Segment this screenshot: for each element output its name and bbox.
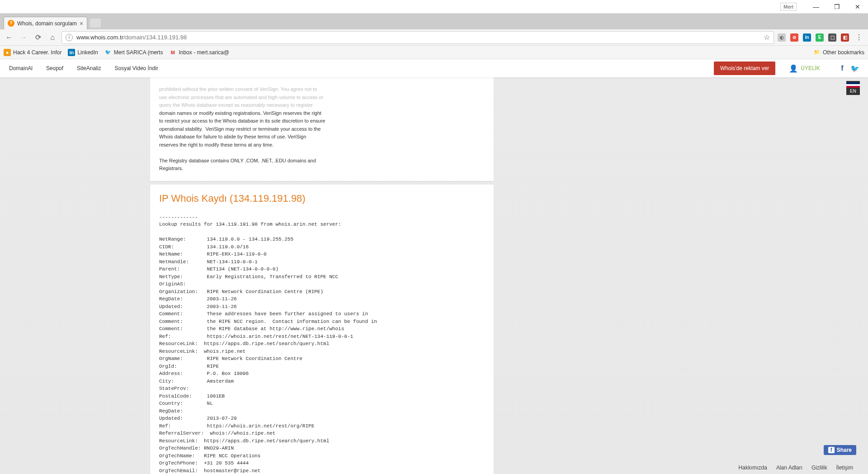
ip-whois-body: ------------- Lookup results for 134.119… — [159, 213, 485, 474]
extension-icon-5[interactable]: ⬚ — [828, 33, 836, 42]
tab-title: Whois, domain sorgulam — [17, 20, 77, 27]
extension-icon-1[interactable]: ◐ — [778, 33, 786, 42]
url-path: /domain/134.119.191.98 — [123, 34, 187, 41]
browser-tabstrip: ? Whois, domain sorgulam × — [0, 14, 868, 29]
footer-privacy[interactable]: Gizlilik — [811, 465, 827, 471]
window-maximize[interactable]: ❐ — [826, 0, 847, 14]
window-titlebar: Mert — ❐ ✕ — [0, 0, 868, 14]
nav-sosyalvideo[interactable]: Sosyal Video İndir — [114, 65, 158, 71]
folder-icon: 📁 — [813, 49, 821, 56]
bookmark-twitter[interactable]: 🐦 Mert SARICA (merts — [104, 49, 163, 56]
bookmark-star-icon[interactable]: ☆ — [764, 33, 770, 42]
ip-whois-card: IP Whois Kaydı (134.119.191.98) --------… — [150, 185, 494, 474]
other-bookmarks[interactable]: 📁 Other bookmarks — [813, 49, 864, 56]
linkedin-icon: in — [68, 49, 75, 56]
window-minimize[interactable]: — — [806, 0, 826, 14]
bookmark-linkedin[interactable]: in LinkedIn — [68, 49, 98, 56]
url-host: www.whois.com.tr — [76, 34, 123, 41]
reload-button[interactable]: ⟳ — [33, 32, 43, 43]
nav-seopof[interactable]: Seopof — [46, 65, 63, 71]
site-info-icon[interactable]: i — [66, 34, 73, 41]
facebook-icon: f — [828, 447, 835, 453]
footer-contact[interactable]: İletişim — [836, 465, 853, 471]
browser-toolbar: ← → ⟳ ⌂ i www.whois.com.tr/domain/134.11… — [0, 29, 868, 46]
browser-menu-icon[interactable]: ⋮ — [854, 32, 864, 43]
twitter-icon: 🐦 — [104, 49, 112, 56]
site-header: DomainAl Seopof SiteAnaliz Sosyal Video … — [0, 59, 868, 77]
advertise-button[interactable]: Whois'de reklam ver — [714, 62, 775, 75]
forward-button[interactable]: → — [18, 32, 29, 43]
browser-tab-active[interactable]: ? Whois, domain sorgulam × — [4, 17, 87, 29]
bookmark-label: Mert SARICA (merts — [114, 49, 163, 56]
new-tab-button[interactable] — [90, 19, 101, 28]
bookmark-hack4career[interactable]: ● Hack 4 Career. Infor — [4, 49, 61, 56]
whois-terms-faded: prohibited without the prior written con… — [159, 86, 323, 108]
page-viewport[interactable]: DomainAl Seopof SiteAnaliz Sosyal Video … — [0, 59, 868, 474]
twitter-icon[interactable]: 🐦 — [851, 64, 859, 72]
language-label: EN — [846, 89, 860, 94]
window-close[interactable]: ✕ — [847, 0, 868, 14]
nav-domainal[interactable]: DomainAl — [9, 65, 33, 71]
windows-user: Mert — [780, 3, 797, 11]
language-switcher[interactable]: EN — [846, 81, 860, 95]
back-button[interactable]: ← — [4, 32, 14, 43]
extension-icon-evernote[interactable]: E — [816, 33, 824, 42]
membership-link[interactable]: 👤 ÜYELİK — [789, 64, 820, 73]
bookmark-label: Hack 4 Career. Infor — [13, 49, 61, 56]
share-label: Share — [837, 447, 852, 453]
nav-siteanaliz[interactable]: SiteAnaliz — [77, 65, 101, 71]
extension-icon-linkedin[interactable]: in — [803, 33, 811, 42]
bookmarks-bar: ● Hack 4 Career. Infor in LinkedIn 🐦 Mer… — [0, 46, 868, 59]
bookmark-label: Inbox - mert.sarica@ — [179, 49, 229, 56]
extension-icon-6[interactable]: ◧ — [841, 33, 849, 42]
tab-favicon-icon: ? — [8, 20, 14, 27]
home-button[interactable]: ⌂ — [47, 32, 58, 43]
bookmark-label: LinkedIn — [77, 49, 98, 56]
ip-whois-heading: IP Whois Kaydı (134.119.191.98) — [159, 193, 485, 204]
bookmark-gmail[interactable]: M Inbox - mert.sarica@ — [169, 49, 229, 56]
site-footer: Hakkımızda Alan Adları Gizlilik İletişim — [0, 461, 861, 474]
address-bar[interactable]: i www.whois.com.tr/domain/134.119.191.98… — [61, 31, 774, 44]
membership-label: ÜYELİK — [801, 65, 820, 71]
tab-close-icon[interactable]: × — [80, 20, 83, 27]
extension-icons: ◐ ⊘ in E ⬚ ◧ ⋮ — [778, 32, 864, 43]
facebook-share-button[interactable]: f Share — [824, 445, 856, 455]
facebook-icon[interactable]: f — [838, 64, 846, 72]
person-icon: 👤 — [789, 64, 798, 73]
content-column: prohibited without the prior written con… — [150, 77, 494, 474]
flag-icon — [846, 82, 860, 88]
whois-terms-text: prohibited without the prior written con… — [159, 85, 485, 173]
footer-domains[interactable]: Alan Adları — [776, 465, 802, 471]
whois-terms-body: domain names or modify existing registra… — [159, 110, 325, 171]
whois-terms-card: prohibited without the prior written con… — [150, 77, 494, 181]
other-bookmarks-label: Other bookmarks — [823, 49, 864, 56]
footer-about[interactable]: Hakkımızda — [739, 465, 767, 471]
gmail-icon: M — [169, 49, 176, 56]
bookmark-icon: ● — [4, 49, 11, 56]
extension-icon-2[interactable]: ⊘ — [790, 33, 798, 42]
